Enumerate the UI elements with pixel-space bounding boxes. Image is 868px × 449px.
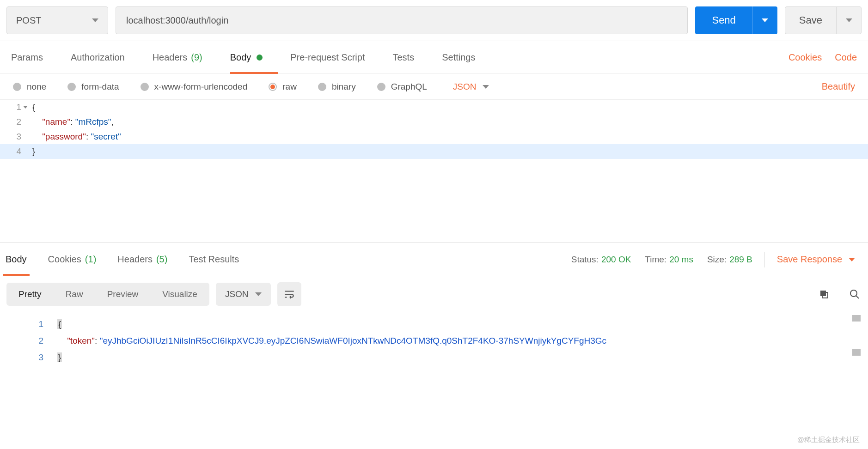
response-toolbar: Pretty Raw Preview Visualize JSON: [0, 276, 868, 313]
line-number: 1: [0, 100, 26, 115]
tab-params[interactable]: Params: [11, 41, 43, 73]
response-body-editor[interactable]: 1{ 2 "token": "eyJhbGciOiJIUzI1NiIsInR5c…: [6, 313, 862, 380]
request-url-input[interactable]: localhost:3000/auth/login: [116, 6, 688, 34]
tab-headers[interactable]: Headers(9): [153, 41, 202, 73]
request-bar: POST localhost:3000/auth/login Send Save: [0, 0, 868, 41]
send-button-label: Send: [695, 14, 752, 26]
search-icon: [849, 289, 860, 300]
line-number: 3: [0, 129, 26, 144]
view-preview[interactable]: Preview: [95, 283, 151, 306]
body-type-row: none form-data x-www-form-urlencoded raw…: [0, 74, 868, 100]
request-url-value: localhost:3000/auth/login: [126, 15, 228, 26]
resp-cookies-count: (1): [85, 254, 96, 265]
svg-rect-1: [820, 291, 826, 296]
response-language-select[interactable]: JSON: [216, 283, 271, 306]
scrollbar-thumb[interactable]: [852, 349, 861, 356]
chevron-down-icon: [846, 18, 852, 22]
copy-icon: [819, 289, 830, 300]
radio-selected-icon: [269, 83, 277, 91]
radio-icon: [377, 83, 385, 91]
beautify-link[interactable]: Beautify: [822, 81, 855, 92]
body-type-graphql[interactable]: GraphQL: [377, 82, 427, 92]
http-method-select[interactable]: POST: [6, 6, 108, 34]
response-view-segment: Pretty Raw Preview Visualize: [6, 283, 209, 306]
code-link[interactable]: Code: [835, 52, 857, 63]
tab-settings[interactable]: Settings: [442, 41, 475, 73]
resp-tab-test-results[interactable]: Test Results: [188, 243, 240, 276]
line-number: 4: [0, 144, 26, 159]
body-language-select[interactable]: JSON: [453, 82, 489, 92]
save-button[interactable]: Save: [785, 6, 862, 34]
view-raw[interactable]: Raw: [54, 283, 95, 306]
body-type-none[interactable]: none: [13, 82, 46, 92]
resp-tab-body[interactable]: Body: [5, 243, 28, 276]
chevron-down-icon: [92, 18, 98, 22]
cookies-link[interactable]: Cookies: [789, 52, 822, 63]
wrap-lines-button[interactable]: [277, 282, 301, 306]
headers-count: (9): [191, 52, 202, 63]
body-type-raw[interactable]: raw: [269, 82, 297, 92]
chevron-down-icon: [255, 292, 262, 296]
request-tabs: Params Authorization Headers(9) Body Pre…: [0, 41, 868, 74]
radio-icon: [141, 83, 149, 91]
radio-icon: [67, 83, 76, 91]
tab-prerequest[interactable]: Pre-request Script: [290, 41, 365, 73]
response-bar: Body Cookies(1) Headers(5) Test Results …: [0, 243, 868, 276]
chevron-down-icon: [483, 85, 489, 89]
line-number: 2: [0, 115, 26, 129]
chevron-down-icon: [849, 258, 855, 261]
line-number: 1: [6, 316, 57, 333]
wrap-icon: [283, 288, 295, 300]
divider: [764, 252, 765, 267]
svg-point-2: [850, 290, 857, 297]
request-body-editor[interactable]: 1{ 2 "name": "mRcfps", 3 "password": "se…: [0, 100, 868, 243]
scrollbar-thumb[interactable]: [852, 315, 861, 322]
save-button-label: Save: [785, 14, 836, 26]
body-type-urlencoded[interactable]: x-www-form-urlencoded: [141, 82, 248, 92]
chevron-down-icon: [762, 18, 768, 22]
send-button[interactable]: Send: [695, 6, 777, 34]
tab-tests[interactable]: Tests: [392, 41, 414, 73]
response-size: Size:289 B: [707, 255, 752, 265]
body-type-form-data[interactable]: form-data: [67, 82, 119, 92]
resp-tab-cookies[interactable]: Cookies(1): [47, 243, 98, 276]
save-response-button[interactable]: Save Response: [777, 254, 855, 265]
radio-icon: [318, 83, 326, 91]
http-method-value: POST: [16, 15, 41, 26]
radio-icon: [13, 83, 21, 91]
line-number: 3: [6, 349, 57, 366]
svg-line-3: [856, 296, 859, 298]
body-type-binary[interactable]: binary: [318, 82, 356, 92]
resp-headers-count: (5): [156, 254, 167, 265]
save-button-dropdown[interactable]: [836, 7, 861, 34]
line-number: 2: [6, 333, 57, 349]
view-pretty[interactable]: Pretty: [6, 283, 54, 306]
view-visualize[interactable]: Visualize: [150, 283, 209, 306]
send-button-dropdown[interactable]: [752, 6, 777, 34]
tab-body[interactable]: Body: [230, 41, 263, 73]
tab-authorization[interactable]: Authorization: [71, 41, 125, 73]
dot-indicator-icon: [257, 55, 263, 61]
response-time: Time:20 ms: [645, 255, 693, 265]
resp-tab-headers[interactable]: Headers(5): [116, 243, 168, 276]
response-status: Status:200 OK: [571, 255, 631, 265]
copy-response-button[interactable]: [817, 287, 831, 301]
search-response-button[interactable]: [848, 287, 862, 301]
